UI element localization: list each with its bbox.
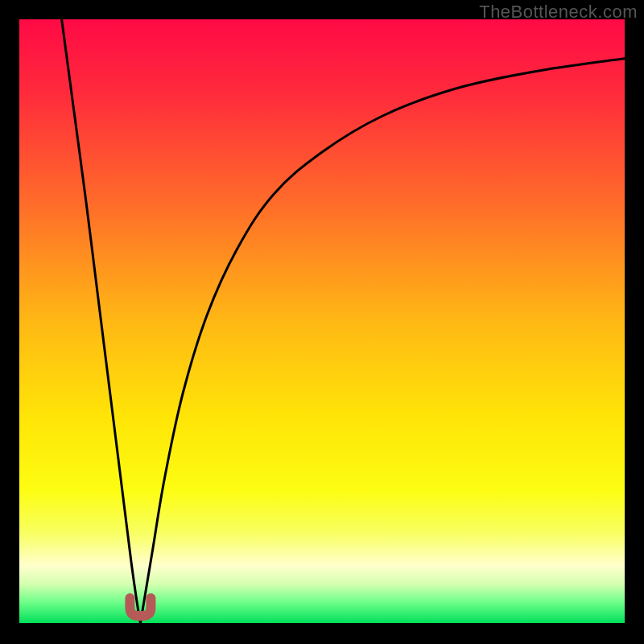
chart-frame: TheBottleneck.com <box>0 0 644 644</box>
plot-area <box>19 19 625 623</box>
gradient-background <box>19 19 625 623</box>
chart-svg <box>19 19 625 623</box>
